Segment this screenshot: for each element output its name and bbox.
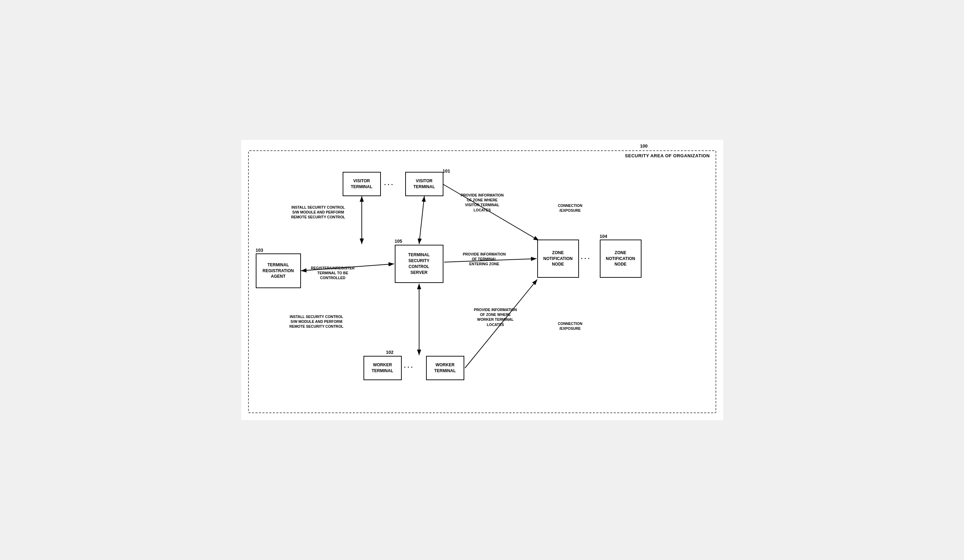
tscs: TERMINALSECURITYCONTROLSERVER [395, 245, 443, 283]
annotation-register-unregister: REGISTER/UNREGISTERTERMINAL TO BECONTROL… [302, 266, 364, 281]
worker-terminal-2: WORKERTERMINAL [426, 356, 464, 380]
ref-100: 100 [640, 143, 648, 149]
page: 100 SECURITY AREA OF ORGANIZATION [241, 140, 723, 420]
worker-dots: . . . [404, 362, 413, 369]
annotation-provide-info-terminal: PROVIDE INFORMATIONOF TERMINALENTERING Z… [450, 252, 519, 267]
annotation-connection-exposure-bottom: CONNECTION/EXPOSURE [546, 321, 594, 331]
annotation-provide-info-worker: PROVIDE INFORMATIONOF ZONE WHEREWORKER T… [461, 307, 530, 327]
diagram-container: 100 SECURITY AREA OF ORGANIZATION [248, 150, 716, 413]
ref-103: 103 [256, 248, 264, 253]
arrows-svg [249, 151, 715, 412]
visitor-terminal-2: VISITORTERMINAL [405, 172, 443, 196]
ref-105: 105 [395, 239, 402, 244]
terminal-registration-agent: TERMINALREGISTRATIONAGENT [256, 253, 301, 288]
annotation-install-security-bottom: INSTALL SECURITY CONTROLS/W MODULE AND P… [283, 314, 350, 329]
visitor-terminal-1: VISITORTERMINAL [343, 172, 381, 196]
svg-line-3 [419, 196, 424, 244]
ref-104: 104 [600, 234, 607, 239]
znn-dots: . . . [581, 253, 590, 261]
worker-terminal-1: WORKERTERMINAL [363, 356, 402, 380]
annotation-connection-exposure-top: CONNECTION/EXPOSURE [546, 203, 594, 213]
security-area-label: SECURITY AREA OF ORGANIZATION [625, 153, 710, 158]
zone-notification-node-2: ZONENOTIFICATIONNODE [600, 240, 642, 278]
visitor-dots: . . . [384, 180, 393, 187]
ref-102: 102 [386, 350, 394, 355]
annotation-install-security-top: INSTALL SECURITY CONTROLS/W MODULE AND P… [285, 205, 351, 220]
annotation-provide-info-visitor: PROVIDE INFORMATIONOF ZONE WHEREVISITOR … [448, 193, 517, 213]
ref-101: 101 [443, 168, 450, 174]
zone-notification-node-1: ZONENOTIFICATIONNODE [537, 240, 579, 278]
